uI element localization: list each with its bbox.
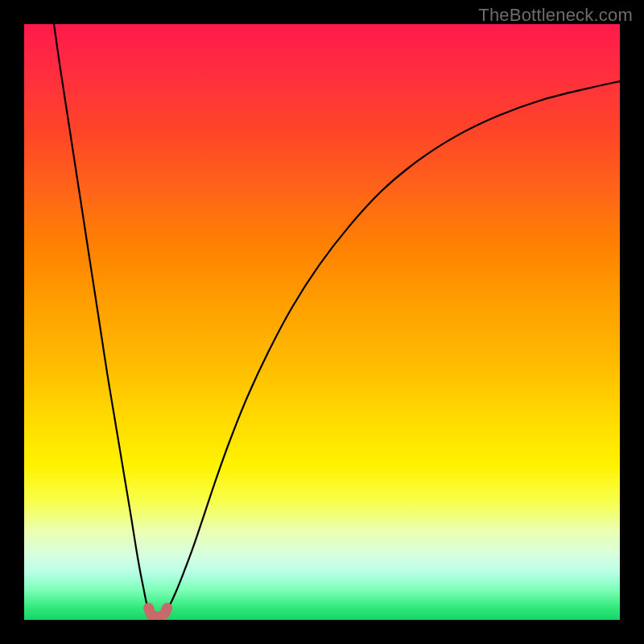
chart-overlay bbox=[24, 24, 620, 620]
curve-left-branch bbox=[54, 24, 151, 615]
watermark-text: TheBottleneck.com bbox=[478, 5, 633, 26]
plot-area bbox=[24, 24, 620, 620]
chart-frame: TheBottleneck.com bbox=[0, 0, 644, 644]
valley-marker bbox=[149, 608, 167, 617]
curve-right-branch bbox=[164, 81, 620, 615]
